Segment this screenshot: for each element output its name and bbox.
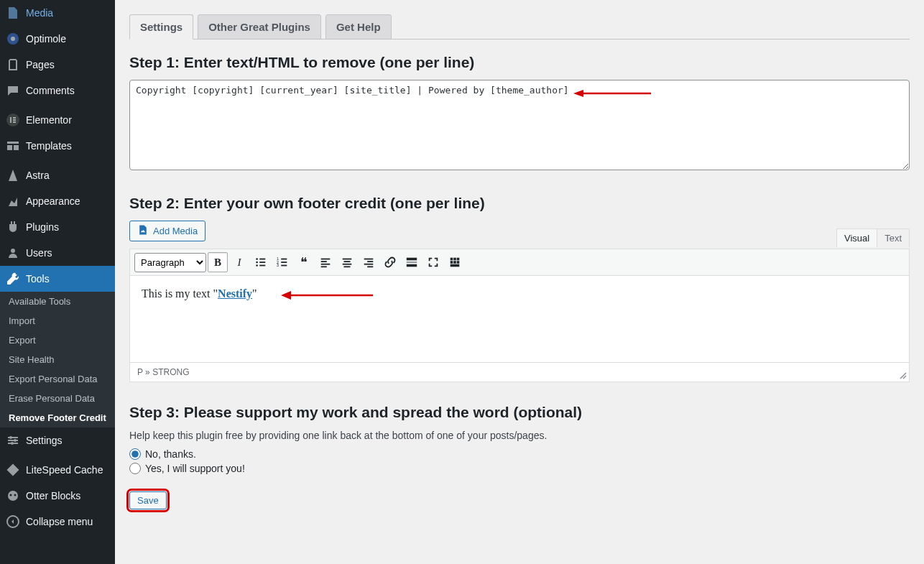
svg-point-16 [10,494,12,496]
sidebar-item-tools[interactable]: Tools [0,266,115,292]
submenu-available-tools[interactable]: Available Tools [0,292,115,311]
svg-rect-46 [407,262,417,263]
sidebar-item-elementor[interactable]: Elementor [0,107,115,133]
add-media-label: Add Media [153,226,198,236]
sidebar-item-label: Media [26,7,53,19]
svg-rect-41 [364,259,374,260]
svg-point-13 [11,442,14,445]
svg-point-11 [9,436,12,439]
svg-rect-14 [7,464,19,476]
svg-rect-36 [321,266,327,267]
read-more-button[interactable] [402,252,422,272]
svg-rect-51 [451,261,453,264]
svg-rect-39 [343,264,352,265]
bold-button[interactable]: B [208,252,228,272]
svg-text:3: 3 [277,263,279,267]
sidebar-item-users[interactable]: Users [0,240,115,266]
radio-no-thanks[interactable]: No, thanks. [129,448,910,460]
svg-rect-3 [10,117,11,123]
svg-rect-5 [13,119,16,121]
svg-rect-44 [367,266,373,267]
svg-rect-4 [13,117,16,119]
tab-settings[interactable]: Settings [129,14,193,40]
remove-text-input[interactable] [129,80,910,170]
svg-rect-48 [451,258,453,261]
step3-desc: Help keep this plugin free by providing … [129,430,910,441]
svg-rect-32 [281,265,287,267]
editor-path: P » STRONG [137,367,189,377]
elementor-icon [6,113,20,127]
editor-body[interactable]: This is my text "Nestify" [130,276,909,362]
submenu-erase-personal-data[interactable]: Erase Personal Data [0,389,115,408]
sidebar-item-label: Elementor [26,114,72,126]
sidebar-item-pages[interactable]: Pages [0,52,115,78]
submenu-import[interactable]: Import [0,311,115,330]
sidebar-item-label: Settings [26,435,63,446]
editor-text: " [252,287,257,300]
sidebar-item-optimole[interactable]: Optimole [0,26,115,52]
sidebar-submenu: Available Tools Import Export Site Healt… [0,292,115,427]
svg-rect-35 [321,264,331,265]
sidebar-item-label: Optimole [26,33,66,45]
radio-label: No, thanks. [145,448,196,460]
submenu-export[interactable]: Export [0,330,115,350]
save-button[interactable]: Save [129,491,167,509]
svg-rect-42 [367,261,373,262]
sidebar-item-collapse[interactable]: Collapse menu [0,509,115,535]
submenu-remove-footer-credit[interactable]: Remove Footer Credit [0,408,115,427]
align-center-button[interactable] [337,252,357,272]
radio-no-input[interactable] [129,448,141,460]
italic-button[interactable]: I [229,252,249,272]
align-right-button[interactable] [359,252,379,272]
optimole-icon [6,32,20,46]
mode-text-button[interactable]: Text [877,228,910,247]
svg-marker-56 [281,291,291,300]
toolbar-toggle-button[interactable] [445,252,465,272]
sidebar-item-comments[interactable]: Comments [0,78,115,103]
sidebar-item-label: Pages [26,59,55,70]
submenu-export-personal-data[interactable]: Export Personal Data [0,369,115,389]
sidebar-item-media[interactable]: Media [0,0,115,26]
align-left-button[interactable] [315,252,336,272]
settings-icon [6,433,20,448]
collapse-icon [6,514,20,529]
sidebar-item-appearance[interactable]: Appearance [0,188,115,214]
sidebar-item-label: Otter Blocks [26,490,80,501]
sidebar-item-litespeed[interactable]: LiteSpeed Cache [0,457,115,483]
sidebar-item-label: Collapse menu [26,516,93,527]
svg-rect-34 [321,261,327,262]
sidebar-item-label: Templates [26,140,72,152]
numbered-list-button[interactable]: 123 [272,252,292,272]
editor-statusbar: P » STRONG [130,362,909,382]
sidebar-item-templates[interactable]: Templates [0,133,115,159]
svg-rect-6 [13,121,16,123]
resize-handle[interactable] [896,369,907,380]
add-media-button[interactable]: Add Media [129,221,205,241]
sidebar-item-label: Plugins [26,221,59,233]
bullet-list-button[interactable] [251,252,271,272]
sidebar-item-astra[interactable]: Astra [0,162,115,188]
sidebar-item-plugins[interactable]: Plugins [0,214,115,240]
sidebar-item-settings[interactable]: Settings [0,427,115,453]
format-select[interactable]: Paragraph [134,253,206,272]
svg-point-1 [11,37,15,41]
pages-icon [6,57,20,72]
radio-yes-support[interactable]: Yes, I will support you! [129,463,910,474]
users-icon [6,246,20,260]
tab-other-plugins[interactable]: Other Great Plugins [198,14,321,40]
svg-rect-24 [259,262,265,263]
svg-point-15 [8,491,18,501]
sidebar-item-otter[interactable]: Otter Blocks [0,483,115,509]
radio-yes-input[interactable] [129,463,141,474]
mode-visual-button[interactable]: Visual [836,228,877,247]
tab-get-help[interactable]: Get Help [325,14,392,40]
submenu-site-health[interactable]: Site Health [0,350,115,369]
svg-rect-38 [344,261,351,262]
sidebar-item-label: LiteSpeed Cache [26,464,103,476]
svg-rect-40 [344,266,351,267]
fullscreen-button[interactable] [423,252,443,272]
editor-link[interactable]: Nestify [218,287,252,300]
blockquote-button[interactable]: ❝ [294,252,314,272]
link-button[interactable] [380,252,400,272]
step1-title: Step 1: Enter text/HTML to remove (one p… [129,54,910,71]
